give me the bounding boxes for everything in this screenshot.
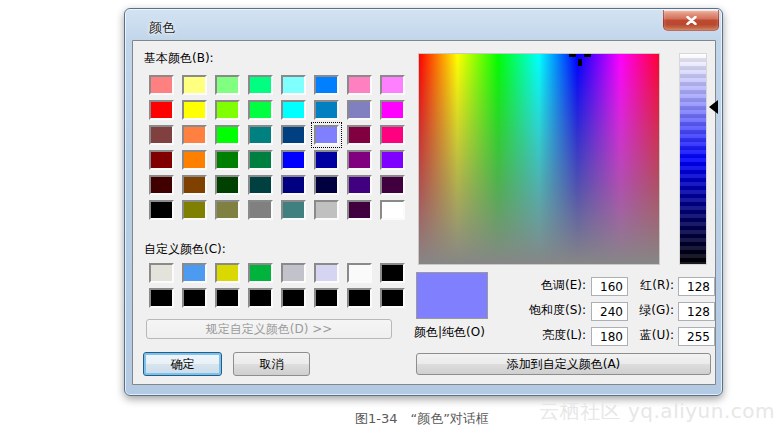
color-swatch[interactable] [215, 200, 240, 220]
custom-colors-label: 自定义颜色(C): [144, 241, 226, 258]
color-swatch[interactable] [314, 263, 339, 283]
close-icon [686, 16, 697, 25]
color-swatch[interactable] [149, 288, 174, 308]
hue-input[interactable] [591, 277, 628, 296]
color-swatch[interactable] [380, 200, 405, 220]
color-swatch[interactable] [281, 100, 306, 120]
color-swatch[interactable] [248, 263, 273, 283]
color-dialog: 颜色 基本颜色(B): 自定义颜色(C): 规定自定义颜色(D) >> 确定 取… [124, 8, 723, 396]
color-swatch[interactable] [347, 200, 372, 220]
red-label: 红(R): [629, 277, 674, 294]
green-input[interactable] [678, 302, 715, 321]
color-swatch[interactable] [248, 125, 273, 145]
swatch-row [149, 200, 405, 220]
color-swatch[interactable] [215, 75, 240, 95]
color-swatch[interactable] [347, 288, 372, 308]
color-swatch[interactable] [380, 175, 405, 195]
luminance-label: 亮度(L): [458, 327, 586, 344]
titlebar[interactable]: 颜色 [125, 9, 722, 40]
color-swatch[interactable] [149, 150, 174, 170]
color-swatch[interactable] [281, 175, 306, 195]
blue-input[interactable] [678, 327, 715, 346]
color-swatch[interactable] [380, 263, 405, 283]
color-swatch[interactable] [149, 75, 174, 95]
color-swatch[interactable] [314, 175, 339, 195]
color-swatch[interactable] [347, 175, 372, 195]
color-swatch[interactable] [182, 150, 207, 170]
add-to-custom-colors-button[interactable]: 添加到自定义颜色(A) [416, 353, 711, 375]
color-swatch[interactable] [281, 125, 306, 145]
luminance-input[interactable] [591, 327, 628, 346]
color-swatch[interactable] [182, 125, 207, 145]
color-swatch[interactable] [281, 263, 306, 283]
swatch-row [149, 100, 405, 120]
color-swatch[interactable] [149, 100, 174, 120]
color-crosshair-icon[interactable] [569, 53, 591, 66]
color-swatch[interactable] [182, 263, 207, 283]
color-swatch[interactable] [380, 100, 405, 120]
color-swatch[interactable] [380, 75, 405, 95]
color-swatch[interactable] [380, 288, 405, 308]
ok-button[interactable]: 确定 [143, 352, 222, 376]
color-swatch[interactable] [248, 175, 273, 195]
color-swatch[interactable] [215, 125, 240, 145]
color-swatch[interactable] [314, 150, 339, 170]
color-swatch[interactable] [149, 263, 174, 283]
color-swatch[interactable] [182, 175, 207, 195]
color-swatch[interactable] [149, 200, 174, 220]
color-swatch[interactable] [281, 75, 306, 95]
color-swatch[interactable] [347, 75, 372, 95]
watermark-text: 云栖社区 yq.aliyun.com [539, 398, 775, 425]
luminance-slider[interactable] [679, 53, 707, 265]
basic-colors-grid [149, 75, 405, 225]
color-swatch[interactable] [215, 175, 240, 195]
color-swatch[interactable] [182, 100, 207, 120]
color-swatch[interactable] [248, 200, 273, 220]
saturation-input[interactable] [591, 302, 628, 321]
color-swatch[interactable] [182, 75, 207, 95]
color-swatch[interactable] [314, 75, 339, 95]
window-title: 颜色 [149, 19, 175, 37]
color-swatch[interactable] [347, 125, 372, 145]
color-swatch[interactable] [380, 125, 405, 145]
hue-saturation-field[interactable] [418, 53, 660, 265]
color-swatch[interactable] [248, 100, 273, 120]
color-swatch[interactable] [149, 175, 174, 195]
color-swatch[interactable] [248, 75, 273, 95]
color-swatch[interactable] [248, 288, 273, 308]
color-swatch[interactable] [215, 288, 240, 308]
color-swatch[interactable] [347, 263, 372, 283]
color-swatch[interactable] [248, 150, 273, 170]
color-swatch[interactable] [281, 200, 306, 220]
red-input[interactable] [678, 277, 715, 296]
luminance-slider-arrow-icon[interactable] [709, 100, 718, 114]
swatch-row [149, 125, 405, 145]
color-swatch[interactable] [314, 200, 339, 220]
color-swatch[interactable] [149, 125, 174, 145]
hue-label: 色调(E): [458, 277, 586, 294]
color-swatch[interactable] [215, 100, 240, 120]
color-swatch[interactable] [182, 200, 207, 220]
figure-caption: 图1-34 “颜色”对话框 [355, 410, 489, 428]
cancel-button[interactable]: 取消 [233, 352, 310, 376]
basic-colors-label: 基本颜色(B): [144, 50, 214, 67]
close-button[interactable] [663, 10, 719, 31]
swatch-row [149, 175, 405, 195]
swatch-row [149, 263, 405, 283]
custom-colors-grid [149, 263, 405, 313]
color-swatch[interactable] [314, 288, 339, 308]
swatch-row [149, 288, 405, 308]
color-swatch[interactable] [182, 288, 207, 308]
color-swatch[interactable] [281, 288, 306, 308]
color-swatch[interactable] [281, 150, 306, 170]
color-swatch[interactable] [314, 125, 339, 145]
define-custom-colors-button[interactable]: 规定自定义颜色(D) >> [146, 319, 392, 339]
color-swatch[interactable] [347, 150, 372, 170]
dialog-client-area: 基本颜色(B): 自定义颜色(C): 规定自定义颜色(D) >> 确定 取消 颜… [132, 40, 716, 385]
swatch-row [149, 150, 405, 170]
color-swatch[interactable] [314, 100, 339, 120]
color-swatch[interactable] [215, 150, 240, 170]
color-swatch[interactable] [347, 100, 372, 120]
color-swatch[interactable] [380, 150, 405, 170]
color-swatch[interactable] [215, 263, 240, 283]
